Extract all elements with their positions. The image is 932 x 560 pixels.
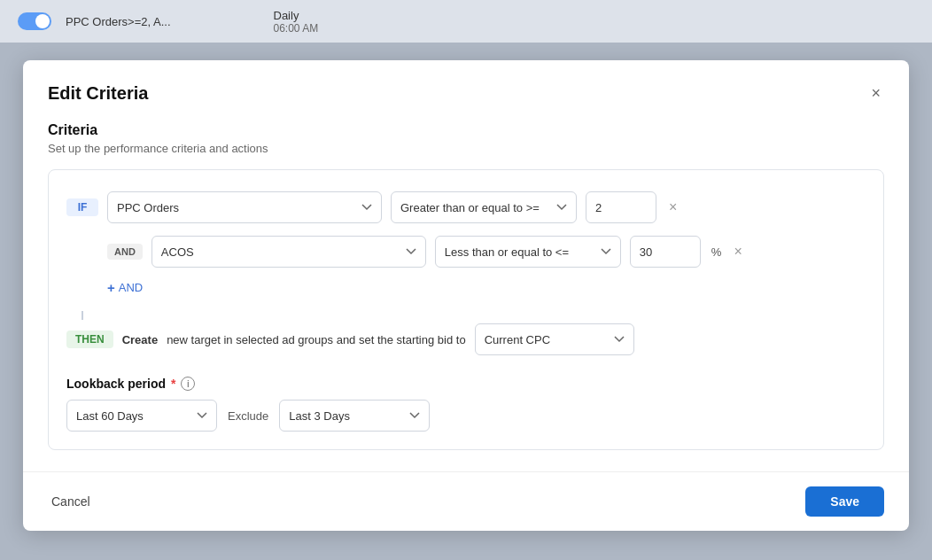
add-and-button[interactable]: + AND xyxy=(107,280,143,295)
close-button[interactable]: × xyxy=(867,82,884,105)
if-badge: IF xyxy=(66,198,98,216)
metric-select-1[interactable]: PPC Orders ACOS ROAS CPC xyxy=(107,191,382,223)
rule-title: PPC Orders>=2, A... xyxy=(66,15,171,28)
cancel-button[interactable]: Cancel xyxy=(48,487,94,516)
lookback-title: Lookback period * i xyxy=(66,377,866,391)
and-row: AND ACOS PPC Orders ROAS CPC Less than o… xyxy=(107,236,866,268)
rule-info: PPC Orders>=2, A... xyxy=(66,15,171,28)
section-subtitle: Set up the performance criteria and acti… xyxy=(48,142,884,155)
top-bar: PPC Orders>=2, A... Daily 06:00 AM xyxy=(0,0,932,43)
dashed-connector xyxy=(82,311,866,320)
remove-row-2-button[interactable]: × xyxy=(730,243,745,261)
info-icon[interactable]: i xyxy=(181,377,195,391)
value-input-2[interactable] xyxy=(630,236,701,268)
schedule-info: Daily 06:00 AM xyxy=(274,9,319,35)
if-row: IF PPC Orders ACOS ROAS CPC Greater than… xyxy=(66,191,866,223)
then-suffix-text: new target in selected ad groups and set… xyxy=(167,333,466,346)
then-row: THEN Create new target in selected ad gr… xyxy=(66,323,866,355)
toggle-switch[interactable] xyxy=(18,12,51,30)
required-indicator: * xyxy=(171,377,175,391)
operator-select-1[interactable]: Greater than or equal to >= Less than or… xyxy=(391,191,577,223)
lookback-label: Lookback period xyxy=(66,377,166,391)
modal-header: Edit Criteria × xyxy=(23,60,909,105)
cpc-select[interactable]: Current CPC Suggested Bid Custom xyxy=(475,323,634,355)
percent-label: % xyxy=(711,245,722,259)
modal-body: Criteria Set up the performance criteria… xyxy=(23,105,909,471)
add-and-container: + AND xyxy=(107,280,866,295)
modal-overlay: Edit Criteria × Criteria Set up the perf… xyxy=(0,43,932,560)
modal-title: Edit Criteria xyxy=(48,83,148,104)
exclude-days-select[interactable]: Last 1 Day Last 3 Days Last 7 Days Last … xyxy=(279,400,430,432)
edit-criteria-modal: Edit Criteria × Criteria Set up the perf… xyxy=(23,60,909,531)
value-input-1[interactable] xyxy=(586,191,656,223)
then-badge: THEN xyxy=(66,331,113,348)
schedule-label: Daily xyxy=(274,9,319,22)
lookback-row: Last 7 Days Last 14 Days Last 30 Days La… xyxy=(66,400,866,432)
plus-icon: + xyxy=(107,280,115,295)
remove-row-1-button[interactable]: × xyxy=(665,198,680,216)
and-badge: AND xyxy=(107,244,143,260)
exclude-label: Exclude xyxy=(228,409,268,423)
lookback-period-select[interactable]: Last 7 Days Last 14 Days Last 30 Days La… xyxy=(66,400,217,432)
operator-select-2[interactable]: Less than or equal to <= Greater than or… xyxy=(435,236,621,268)
create-keyword: Create xyxy=(122,333,158,346)
modal-footer: Cancel Save xyxy=(23,471,909,531)
add-and-label: AND xyxy=(119,281,143,294)
then-create-label: Create xyxy=(122,333,158,346)
criteria-box: IF PPC Orders ACOS ROAS CPC Greater than… xyxy=(48,169,884,450)
metric-select-2[interactable]: ACOS PPC Orders ROAS CPC xyxy=(151,236,426,268)
section-title: Criteria xyxy=(48,122,884,138)
lookback-section: Lookback period * i Last 7 Days Last 14 … xyxy=(66,377,866,432)
schedule-time: 06:00 AM xyxy=(274,22,319,35)
save-button[interactable]: Save xyxy=(805,486,884,517)
